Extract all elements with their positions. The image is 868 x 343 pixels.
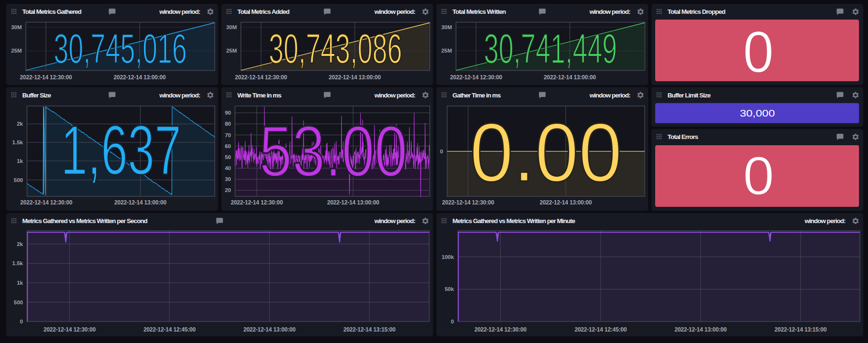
svg-text:window period:: window period: (159, 92, 200, 99)
svg-text:50k: 50k (445, 286, 454, 292)
svg-text:Total Errors: Total Errors (668, 133, 698, 140)
svg-text:30M: 30M (226, 24, 237, 30)
svg-text:2022-12-14 12:30:00: 2022-12-14 12:30:00 (20, 74, 72, 81)
svg-text:25M: 25M (11, 48, 22, 54)
svg-text:1.5k: 1.5k (12, 260, 23, 266)
svg-text:0: 0 (20, 319, 23, 324)
svg-text:30M: 30M (11, 24, 22, 30)
svg-text:2022-12-14 13:00:00: 2022-12-14 13:00:00 (243, 326, 296, 333)
svg-text:500: 500 (14, 177, 23, 183)
svg-text:Total Metrics Gathered: Total Metrics Gathered (22, 8, 82, 15)
svg-text:20: 20 (225, 187, 231, 193)
svg-text:window period:: window period: (374, 217, 415, 225)
svg-text:30,000: 30,000 (740, 108, 775, 119)
svg-text:0.00: 0.00 (470, 106, 622, 199)
svg-text:2022-12-14 13:15:00: 2022-12-14 13:15:00 (343, 326, 396, 333)
svg-text:0: 0 (440, 149, 443, 154)
svg-text:500: 500 (14, 300, 23, 305)
svg-text:2022-12-14 12:30:00: 2022-12-14 12:30:00 (474, 326, 527, 333)
svg-text:window period:: window period: (374, 92, 415, 99)
svg-text:0: 0 (743, 19, 773, 84)
svg-text:Metrics Gathered vs Metrics Wr: Metrics Gathered vs Metrics Written per … (22, 217, 148, 225)
svg-text:25M: 25M (441, 48, 452, 54)
svg-text:window period:: window period: (159, 8, 200, 15)
svg-text:window period:: window period: (589, 8, 630, 15)
svg-text:Write Time in ms: Write Time in ms (237, 92, 281, 99)
svg-text:90: 90 (225, 110, 231, 116)
svg-text:Metrics Gathered vs Metrics Wr: Metrics Gathered vs Metrics Written per … (452, 217, 576, 225)
svg-text:Buffer Size: Buffer Size (22, 92, 52, 99)
svg-text:30: 30 (225, 176, 231, 182)
svg-text:Buffer Limit Size: Buffer Limit Size (668, 92, 711, 99)
svg-text:2022-12-14 13:00:00: 2022-12-14 13:00:00 (327, 199, 379, 206)
svg-text:2022-12-14 12:30:00: 2022-12-14 12:30:00 (20, 199, 72, 206)
svg-text:30,743,086: 30,743,086 (269, 26, 402, 72)
svg-text:30,745,016: 30,745,016 (54, 26, 187, 72)
svg-text:100k: 100k (442, 254, 454, 260)
svg-text:2022-12-14 12:45:00: 2022-12-14 12:45:00 (574, 326, 626, 333)
svg-text:window period:: window period: (589, 92, 630, 99)
svg-text:2022-12-14 13:15:00: 2022-12-14 13:15:00 (775, 326, 827, 333)
svg-text:1.5k: 1.5k (12, 139, 23, 145)
svg-text:2022-12-14 13:00:00: 2022-12-14 13:00:00 (114, 199, 166, 206)
svg-text:2022-12-14 13:00:00: 2022-12-14 13:00:00 (539, 199, 592, 206)
svg-text:Total Metrics Dropped: Total Metrics Dropped (668, 8, 725, 15)
svg-text:1k: 1k (17, 158, 23, 164)
svg-text:2022-12-14 13:00:00: 2022-12-14 13:00:00 (674, 326, 726, 333)
svg-text:2022-12-14 12:30:00: 2022-12-14 12:30:00 (44, 326, 96, 333)
svg-text:53.00: 53.00 (259, 111, 407, 192)
svg-text:80: 80 (225, 121, 231, 127)
svg-text:0: 0 (743, 145, 774, 206)
svg-text:2022-12-14 12:30:00: 2022-12-14 12:30:00 (235, 74, 287, 81)
svg-text:2022-12-14 13:00:00: 2022-12-14 13:00:00 (544, 74, 596, 81)
svg-text:2022-12-14 12:45:00: 2022-12-14 12:45:00 (143, 326, 196, 333)
svg-text:50: 50 (225, 154, 231, 160)
svg-text:0: 0 (451, 319, 454, 324)
svg-text:40: 40 (225, 165, 231, 171)
svg-text:70: 70 (225, 132, 231, 138)
svg-text:25M: 25M (226, 48, 237, 54)
svg-text:1,637: 1,637 (61, 111, 181, 189)
svg-text:60: 60 (225, 143, 231, 149)
svg-text:2022-12-14 12:30:00: 2022-12-14 12:30:00 (442, 199, 494, 206)
svg-text:window period:: window period: (374, 8, 415, 15)
svg-text:2022-12-14 12:30:00: 2022-12-14 12:30:00 (450, 74, 502, 81)
svg-text:2022-12-14 13:00:00: 2022-12-14 13:00:00 (329, 74, 381, 81)
svg-text:Total Metrics Written: Total Metrics Written (452, 8, 506, 15)
svg-text:30M: 30M (441, 24, 452, 30)
svg-text:Total Metrics Added: Total Metrics Added (237, 8, 289, 15)
svg-text:window period:: window period: (804, 217, 846, 225)
svg-text:Gather Time in ms: Gather Time in ms (452, 92, 501, 99)
svg-text:2022-12-14 12:30:00: 2022-12-14 12:30:00 (231, 199, 283, 206)
svg-text:30,741,449: 30,741,449 (484, 26, 617, 72)
svg-text:2k: 2k (17, 121, 23, 127)
svg-text:1k: 1k (17, 280, 23, 286)
svg-text:2k: 2k (17, 241, 23, 247)
svg-text:2022-12-14 13:00:00: 2022-12-14 13:00:00 (114, 74, 166, 81)
